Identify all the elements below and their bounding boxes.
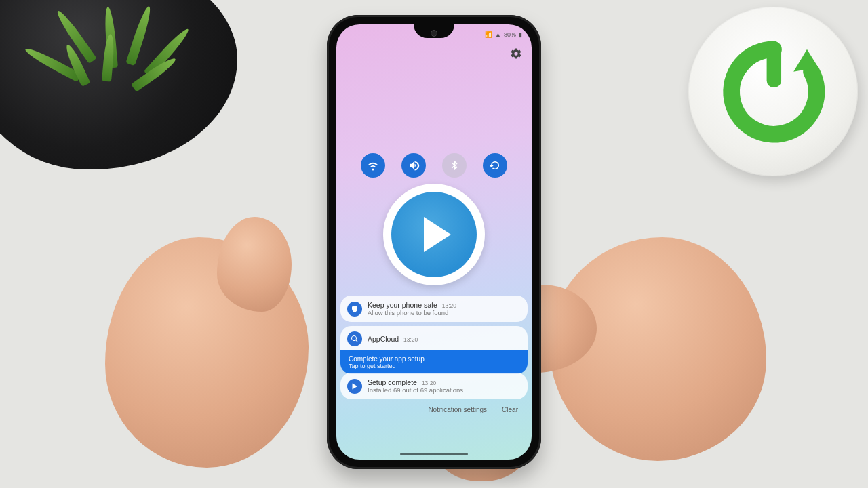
qs-wifi-toggle[interactable]: [361, 153, 385, 178]
left-thumb: [217, 217, 292, 312]
search-icon: [347, 331, 362, 346]
plant-decoration: [0, 0, 237, 169]
notification-appcloud[interactable]: AppCloud 13:20 Complete your app setup T…: [340, 326, 528, 369]
notification-subtext: Installed 69 out of 69 applications: [368, 386, 521, 394]
video-play-button[interactable]: [383, 184, 485, 285]
quick-settings-row: [336, 153, 532, 178]
banner-subtext: Tap to get started: [349, 363, 519, 369]
notification-time: 13:20: [442, 302, 456, 309]
wifi-icon: [367, 159, 379, 171]
gesture-nav-bar[interactable]: [400, 453, 468, 455]
settings-gear-icon[interactable]: [510, 47, 522, 60]
notification-time: 13:20: [422, 380, 436, 386]
rotate-icon: [489, 159, 501, 171]
notification-subtext: Allow this phone to be found: [368, 309, 521, 317]
notification-security[interactable]: Keep your phone safe 13:20 Allow this ph…: [340, 296, 528, 322]
bluetooth-icon: [449, 160, 460, 171]
qs-bluetooth-toggle[interactable]: [442, 153, 467, 178]
clear-notifications-link[interactable]: Clear: [502, 406, 518, 413]
battery-text: 80%: [504, 31, 516, 38]
play-store-icon: [347, 379, 362, 394]
notification-setup-complete[interactable]: Setup complete 13:20 Installed 69 out of…: [340, 373, 528, 399]
notification-actions-row: Notification settings Clear: [340, 403, 528, 415]
svg-rect-0: [766, 42, 781, 87]
sound-icon: [408, 159, 420, 171]
notifications-panel: Keep your phone safe 13:20 Allow this ph…: [340, 296, 528, 415]
qs-sound-toggle[interactable]: [401, 153, 426, 178]
status-bar: 📶 ▲ 80% ▮: [485, 31, 522, 38]
signal-status-icon: ▲: [495, 31, 501, 38]
notification-time: 13:20: [403, 336, 418, 343]
brand-logo: [688, 7, 858, 176]
play-icon: [424, 217, 451, 252]
qs-rotate-toggle[interactable]: [483, 153, 507, 178]
notification-settings-link[interactable]: Notification settings: [428, 406, 487, 413]
notification-title: AppCloud: [368, 335, 399, 343]
notch: [414, 24, 454, 38]
shield-icon: [347, 302, 362, 317]
wifi-status-icon: 📶: [485, 31, 492, 38]
battery-icon: ▮: [519, 31, 522, 38]
notification-title: Setup complete: [368, 378, 417, 386]
notification-action-banner[interactable]: Complete your app setup Tap to get start…: [340, 350, 528, 374]
banner-title: Complete your app setup: [349, 355, 519, 363]
notification-title: Keep your phone safe: [368, 301, 437, 309]
